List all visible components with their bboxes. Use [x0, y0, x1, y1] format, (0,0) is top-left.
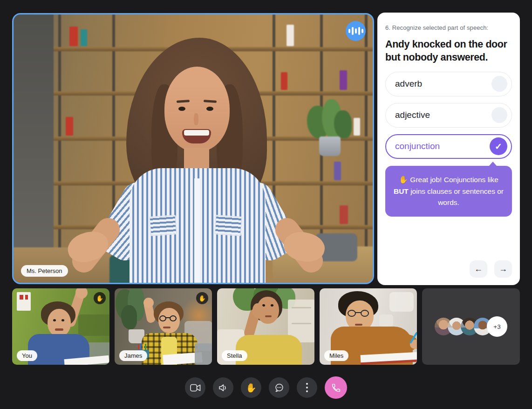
question-sentence: Andy knocked on the door but nobody answ… [385, 38, 512, 64]
face [48, 309, 71, 337]
phone-handset-icon [331, 383, 341, 393]
glasses [159, 315, 166, 321]
option-label: adjective [395, 110, 430, 120]
participant-name-label: Stella [222, 350, 247, 361]
question-number-label: 6. Recognize selected part of speech: [385, 24, 512, 31]
video-tile-stella[interactable]: Stella [217, 288, 314, 365]
feedback-text: Great job! Conjunctions like [410, 176, 498, 184]
speaker-button[interactable] [213, 377, 233, 398]
option-label: conjunction [395, 141, 440, 151]
question-navigation: ← → [470, 260, 512, 278]
radio-circle-icon [491, 107, 507, 123]
clap-emoji-icon: ✋ [399, 176, 408, 184]
participant-name-label: Miles [324, 350, 348, 361]
quiz-panel: 6. Recognize selected part of speech: An… [377, 13, 520, 285]
option-conjunction-selected[interactable]: conjunction ✓ [385, 134, 512, 159]
raise-hand-button[interactable]: ✋ [241, 377, 261, 398]
check-icon: ✓ [490, 137, 507, 155]
participant-name-label: You [17, 350, 37, 361]
kebab-menu-icon [306, 383, 308, 392]
video-tile-james[interactable]: ✋ James [115, 288, 212, 365]
prev-question-button[interactable]: ← [470, 260, 487, 278]
radio-circle-icon [491, 76, 507, 92]
call-controls-toolbar: ✋ [185, 376, 347, 399]
chat-button[interactable] [269, 377, 289, 398]
chat-bubble-icon [274, 383, 284, 393]
option-adjective[interactable]: adjective [385, 103, 512, 128]
video-tile-miles[interactable]: Miles [320, 288, 417, 365]
video-call-app: Ms. Peterson 6. Recognize selected part … [0, 0, 532, 409]
poster [17, 292, 31, 311]
raised-hand-badge-icon: ✋ [196, 292, 208, 304]
end-call-button[interactable] [325, 376, 347, 399]
video-camera-icon [190, 384, 201, 392]
teacher-figure [14, 14, 373, 283]
more-options-button[interactable] [297, 377, 317, 398]
raised-hand-badge-icon: ✋ [94, 292, 106, 304]
camera-button[interactable] [185, 377, 205, 398]
option-label: adverb [395, 79, 422, 89]
raised-hand-icon: ✋ [246, 382, 257, 393]
video-tile-you[interactable]: ✋ You [12, 288, 109, 365]
feedback-tooltip: ✋ Great job! Conjunctions like BUT joins… [385, 166, 512, 217]
feedback-text: joins clauses or sentences or words. [410, 187, 504, 206]
audio-wave-icon[interactable] [346, 21, 366, 41]
yellow-shirt [236, 335, 302, 365]
arrow-left-icon: ← [474, 264, 483, 274]
feedback-bold-word: BUT [394, 187, 409, 195]
avatar-stack: +3 [435, 316, 507, 337]
next-question-button[interactable]: → [494, 260, 512, 278]
participant-name-label: James [119, 350, 147, 361]
more-participants-count: +3 [487, 316, 507, 337]
participant-name-label: Ms. Peterson [21, 265, 68, 277]
overflow-participants-tile[interactable]: +3 [422, 288, 520, 365]
speaker-icon [218, 384, 228, 392]
option-adverb[interactable]: adverb [385, 72, 512, 96]
arrow-right-icon: → [499, 264, 507, 274]
main-video-tile-teacher[interactable]: Ms. Peterson [12, 13, 374, 284]
glasses [348, 310, 356, 317]
